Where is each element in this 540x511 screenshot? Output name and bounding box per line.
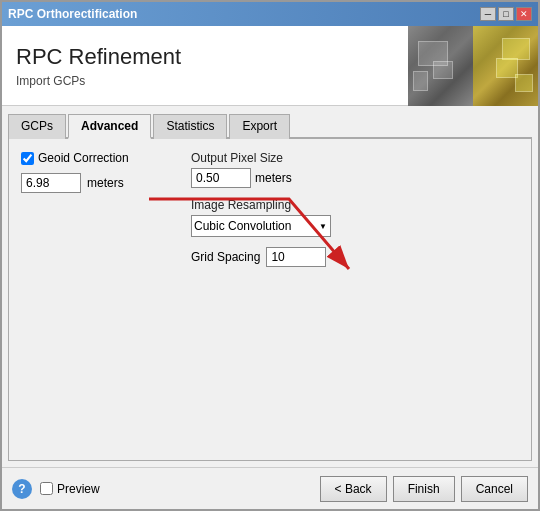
resampling-dropdown[interactable]: Cubic Convolution Nearest Neighbor Bilin… xyxy=(191,215,331,237)
footer-left: ? Preview xyxy=(12,479,100,499)
pixel-size-row: meters xyxy=(191,168,519,188)
cancel-button[interactable]: Cancel xyxy=(461,476,528,502)
resampling-row: Cubic Convolution Nearest Neighbor Bilin… xyxy=(191,215,519,237)
grid-spacing-row: Grid Spacing xyxy=(191,247,519,267)
geoid-value-row: meters xyxy=(21,173,181,193)
output-pixel-size-label: Output Pixel Size xyxy=(191,151,519,165)
grid-spacing-input[interactable] xyxy=(266,247,326,267)
building-shape xyxy=(515,74,533,92)
geoid-value-input[interactable] xyxy=(21,173,81,193)
tab-panel-advanced: Geoid Correction meters Output Pixel Siz… xyxy=(8,139,532,461)
footer-buttons: < Back Finish Cancel xyxy=(320,476,528,502)
footer: ? Preview < Back Finish Cancel xyxy=(2,467,538,509)
tab-statistics[interactable]: Statistics xyxy=(153,114,227,139)
satellite-image-right xyxy=(473,26,538,106)
geoid-correction-checkbox[interactable] xyxy=(21,152,34,165)
left-column: Geoid Correction meters xyxy=(21,151,181,448)
tab-bar: GCPs Advanced Statistics Export xyxy=(8,112,532,139)
tab-advanced[interactable]: Advanced xyxy=(68,114,151,139)
geoid-unit-label: meters xyxy=(87,176,124,190)
pixel-size-input[interactable] xyxy=(191,168,251,188)
window-title: RPC Orthorectification xyxy=(8,7,137,21)
content-area: GCPs Advanced Statistics Export Geoid Co… xyxy=(2,106,538,467)
header-image xyxy=(408,26,538,106)
help-icon[interactable]: ? xyxy=(12,479,32,499)
header-area: RPC Refinement Import GCPs xyxy=(2,26,538,106)
pixel-size-unit-label: meters xyxy=(255,171,292,185)
preview-label: Preview xyxy=(57,482,100,496)
preview-row: Preview xyxy=(40,482,100,496)
resampling-dropdown-wrapper: Cubic Convolution Nearest Neighbor Bilin… xyxy=(191,215,331,237)
tab-content: Geoid Correction meters Output Pixel Siz… xyxy=(21,151,519,448)
main-window: RPC Orthorectification ─ □ ✕ RPC Refinem… xyxy=(0,0,540,511)
satellite-image-left xyxy=(408,26,473,106)
finish-button[interactable]: Finish xyxy=(393,476,455,502)
minimize-button[interactable]: ─ xyxy=(480,7,496,21)
close-button[interactable]: ✕ xyxy=(516,7,532,21)
tab-gcps[interactable]: GCPs xyxy=(8,114,66,139)
back-button[interactable]: < Back xyxy=(320,476,387,502)
building-shape xyxy=(413,71,428,91)
header-text: RPC Refinement Import GCPs xyxy=(2,26,408,105)
building-shape xyxy=(433,61,453,79)
image-resampling-label: Image Resampling xyxy=(191,198,519,212)
title-bar-buttons: ─ □ ✕ xyxy=(480,7,532,21)
geoid-correction-row: Geoid Correction xyxy=(21,151,181,165)
preview-checkbox[interactable] xyxy=(40,482,53,495)
building-shape xyxy=(502,38,530,60)
maximize-button[interactable]: □ xyxy=(498,7,514,21)
header-title: RPC Refinement xyxy=(16,44,394,70)
tab-export[interactable]: Export xyxy=(229,114,290,139)
title-bar: RPC Orthorectification ─ □ ✕ xyxy=(2,2,538,26)
grid-spacing-label: Grid Spacing xyxy=(191,250,260,264)
right-column: Output Pixel Size meters Image Resamplin… xyxy=(181,151,519,448)
geoid-correction-label: Geoid Correction xyxy=(38,151,129,165)
header-subtitle: Import GCPs xyxy=(16,74,394,88)
